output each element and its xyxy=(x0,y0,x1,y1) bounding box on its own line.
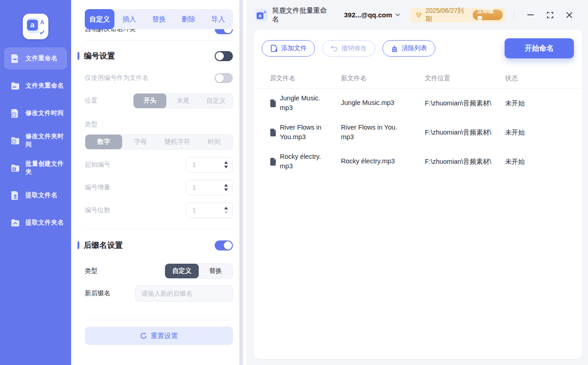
original-file-name: Rocky électry. mp3 xyxy=(280,152,333,171)
sidebar-item-extract-folder-names[interactable]: 提取文件夹名 xyxy=(4,212,67,234)
suffix-option-custom[interactable]: 自定义 xyxy=(165,264,199,278)
sidebar-item-label: 修改文件夹时间 xyxy=(26,132,67,149)
start-number-label: 起始编号 xyxy=(85,161,110,169)
file-icon xyxy=(10,53,21,64)
suffix-option-replace[interactable]: 替换 xyxy=(199,264,232,278)
stepper-arrows xyxy=(224,207,232,214)
new-file-name: Rocky électry.mp3 xyxy=(341,156,414,166)
add-file-icon xyxy=(270,44,278,52)
maximize-button[interactable] xyxy=(547,12,553,18)
file-list-card: 添加文件 撤销修改 清除列表 开始命名 原文件名 新文件名 文件位置 状态 xyxy=(254,30,582,359)
panel-scrollbar[interactable] xyxy=(239,0,243,365)
new-suffix-label: 新后缀名 xyxy=(85,289,110,297)
status-text: 未开始 xyxy=(505,99,582,108)
stepper-down-icon[interactable] xyxy=(224,166,228,168)
new-file-name: River Flows in You. mp3 xyxy=(341,123,414,142)
undo-label: 撤销修改 xyxy=(341,44,367,52)
suffix-type-row: 类型 自定义 替换 xyxy=(85,263,233,279)
table-row[interactable]: Rocky électry. mp3 Rocky électry.mp3 F:\… xyxy=(254,147,582,176)
license-badge[interactable]: 2025/06/27到期 立即续费 xyxy=(410,8,505,22)
type-option-letter[interactable]: 字母 xyxy=(122,135,159,149)
start-number-value[interactable]: 1 xyxy=(186,161,224,168)
close-icon xyxy=(566,12,573,18)
reset-settings-label: 重置设置 xyxy=(151,332,178,340)
tab-custom[interactable]: 自定义 xyxy=(85,9,114,29)
table-header: 原文件名 新文件名 文件位置 状态 xyxy=(254,68,582,89)
settings-panel: 自定义 插入 替换 删除 导入 自动解决命名冲突 编号设置 仅使用编号作为文件名… xyxy=(71,0,247,365)
logo-capital-a-glyph: A xyxy=(263,10,266,14)
sidebar-item-modify-file-time[interactable]: 修改文件时间 xyxy=(4,102,67,124)
license-expiry-text: 2025/06/27到期 xyxy=(426,7,469,23)
add-files-button[interactable]: 添加文件 xyxy=(262,40,315,57)
position-label: 位置 xyxy=(85,97,98,105)
app-window: a A 文件重命名 文件夹重命名 修改文件时间 修改文件夹时间 xyxy=(0,0,588,365)
reset-settings-button[interactable]: 重置设置 xyxy=(85,327,233,345)
clear-list-button[interactable]: 清除列表 xyxy=(382,40,435,57)
window-titlebar: a A 简鹿文件批量重命名 392...@qq.com 2025/06/27到期… xyxy=(247,0,588,30)
file-export-icon xyxy=(10,190,21,201)
position-option-custom[interactable]: 自定义 xyxy=(200,94,232,108)
sidebar-item-label: 修改文件时间 xyxy=(26,109,64,117)
tab-replace[interactable]: 替换 xyxy=(144,9,174,29)
status-text: 未开始 xyxy=(505,128,582,137)
sidebar-item-modify-folder-time[interactable]: 修改文件夹时间 xyxy=(4,130,67,151)
tab-import[interactable]: 导入 xyxy=(203,9,233,29)
col-status: 状态 xyxy=(505,74,582,83)
sidebar-item-extract-file-names[interactable]: 提取文件名 xyxy=(4,184,67,206)
digits-stepper[interactable]: 1 xyxy=(186,203,233,218)
increment-stepper[interactable]: 1 xyxy=(186,180,233,195)
stepper-down-icon[interactable] xyxy=(224,188,228,191)
numbering-toggle[interactable] xyxy=(215,51,233,61)
stepper-down-icon[interactable] xyxy=(224,211,228,214)
col-new-name: 新文件名 xyxy=(341,74,425,83)
increment-value[interactable]: 1 xyxy=(186,184,224,191)
increment-row: 编号增量 1 xyxy=(85,180,233,195)
minimize-button[interactable] xyxy=(527,14,534,16)
type-option-time[interactable]: 时间 xyxy=(196,135,232,149)
position-option-end[interactable]: 末尾 xyxy=(166,94,199,108)
vip-badge-icon xyxy=(415,11,423,18)
stepper-up-icon[interactable] xyxy=(224,207,228,209)
type-option-number[interactable]: 数字 xyxy=(85,135,122,149)
only-number-label: 仅使用编号作为文件名 xyxy=(85,74,149,82)
document-icon xyxy=(270,158,276,166)
sidebar: a A 文件重命名 文件夹重命名 修改文件时间 修改文件夹时间 xyxy=(0,0,71,365)
auto-resolve-conflict-row-clipped: 自动解决命名冲突 xyxy=(85,29,233,40)
auto-resolve-conflict-toggle[interactable] xyxy=(215,29,233,34)
logo-a-glyph: a xyxy=(27,20,38,31)
undo-icon xyxy=(330,45,338,52)
account-dropdown[interactable]: 392...@qq.com xyxy=(344,11,401,19)
new-suffix-input[interactable] xyxy=(135,285,233,302)
account-email: 392...@qq.com xyxy=(344,11,392,19)
type-option-random[interactable]: 随机字符 xyxy=(159,135,196,149)
clear-list-icon xyxy=(391,45,398,52)
close-button[interactable] xyxy=(566,12,573,18)
stepper-up-icon[interactable] xyxy=(224,161,228,164)
number-type-label: 类型 xyxy=(85,120,98,129)
stepper-up-icon[interactable] xyxy=(224,184,228,187)
table-row[interactable]: River Flows in You.mp3 River Flows in Yo… xyxy=(254,118,582,147)
digits-value[interactable]: 1 xyxy=(186,207,224,214)
document-icon xyxy=(270,129,276,136)
sidebar-item-batch-create-folders[interactable]: 批量创建文件夹 xyxy=(4,157,67,179)
suffix-type-segmented: 自定义 替换 xyxy=(165,263,233,279)
table-row[interactable]: Jungle Music. mp3 Jungle Music.mp3 F:\zh… xyxy=(254,89,582,118)
sidebar-item-folder-rename[interactable]: 文件夹重命名 xyxy=(4,75,67,97)
suffix-type-label: 类型 xyxy=(85,267,98,275)
suffix-toggle[interactable] xyxy=(215,240,233,250)
stepper-arrows xyxy=(224,161,232,168)
start-rename-button[interactable]: 开始命名 xyxy=(505,38,574,58)
app-mini-logo: a A xyxy=(255,9,268,21)
tab-delete[interactable]: 删除 xyxy=(174,9,203,29)
position-option-start[interactable]: 开头 xyxy=(134,94,166,108)
tab-insert[interactable]: 插入 xyxy=(114,9,144,29)
settings-tabbar: 自定义 插入 替换 删除 导入 xyxy=(85,9,233,29)
new-file-name: Jungle Music.mp3 xyxy=(341,98,414,108)
sidebar-item-file-rename[interactable]: 文件重命名 xyxy=(4,47,67,69)
only-number-toggle[interactable] xyxy=(215,73,233,83)
undo-button[interactable]: 撤销修改 xyxy=(322,40,375,57)
digits-row: 编号位数 1 xyxy=(85,203,233,218)
start-number-stepper[interactable]: 1 xyxy=(186,157,233,172)
renew-button[interactable]: 立即续费 xyxy=(473,10,503,20)
swap-arrow-icon xyxy=(38,30,45,35)
